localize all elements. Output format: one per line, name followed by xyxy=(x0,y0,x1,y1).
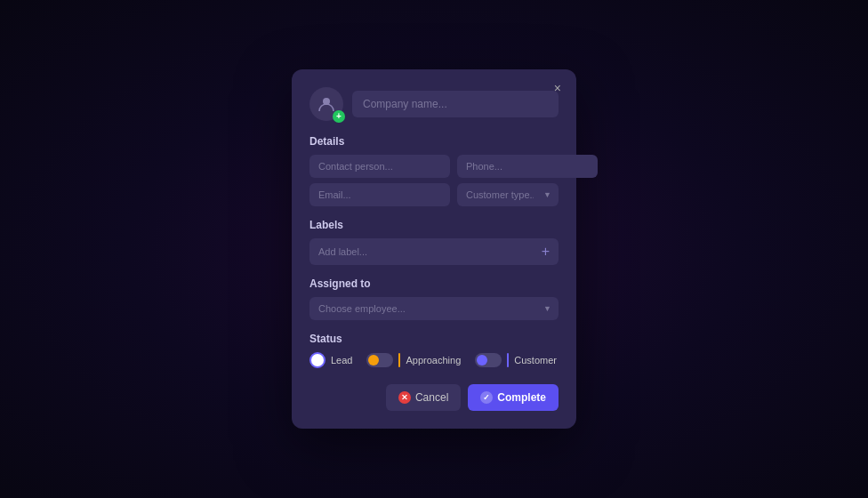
status-customer-label: Customer xyxy=(514,355,557,365)
modal-dialog: × + Details xyxy=(292,69,576,429)
add-label-button[interactable]: + xyxy=(536,245,550,259)
modal-overlay: × + Details xyxy=(0,0,868,498)
assigned-select-wrap: Choose employee... ▼ xyxy=(309,297,559,320)
status-lead-label: Lead xyxy=(331,355,352,365)
status-lead[interactable]: Lead xyxy=(309,352,352,368)
cancel-label: Cancel xyxy=(415,391,448,404)
customer-type-select[interactable]: Customer type... Lead Approaching Custom… xyxy=(457,183,559,206)
status-options: Lead Approaching Customer xyxy=(309,352,559,368)
cancel-button[interactable]: ✕ Cancel xyxy=(386,384,461,411)
customer-type-wrap: Customer type... Lead Approaching Custom… xyxy=(457,183,559,206)
avatar-plus-icon: + xyxy=(333,110,345,123)
labels-section: Labels + xyxy=(309,219,559,265)
status-lead-radio xyxy=(309,352,326,368)
status-customer-divider xyxy=(507,353,509,367)
avatar-row: + xyxy=(309,87,559,121)
details-row-1 xyxy=(309,155,559,178)
avatar-wrap: + xyxy=(309,87,343,121)
status-approaching-divider xyxy=(398,353,400,367)
assigned-label: Assigned to xyxy=(309,277,559,290)
employee-select[interactable]: Choose employee... xyxy=(309,297,559,320)
complete-check-icon: ✓ xyxy=(480,391,493,404)
labels-label: Labels xyxy=(309,219,559,231)
email-input[interactable] xyxy=(309,183,450,206)
status-approaching-toggle xyxy=(366,353,393,367)
complete-button[interactable]: ✓ Complete xyxy=(468,384,559,411)
footer-buttons: ✕ Cancel ✓ Complete xyxy=(309,384,559,411)
status-section: Status Lead Approaching Customer xyxy=(309,333,559,368)
status-customer-toggle xyxy=(475,353,502,367)
complete-label: Complete xyxy=(497,391,546,404)
status-approaching-label: Approaching xyxy=(406,355,461,365)
details-section: Details Customer type... Lead Approachin… xyxy=(309,135,559,206)
company-name-input[interactable] xyxy=(352,91,559,117)
status-customer[interactable]: Customer xyxy=(475,353,557,367)
close-button[interactable]: × xyxy=(550,80,566,96)
phone-input[interactable] xyxy=(457,155,598,178)
add-label-input[interactable] xyxy=(318,246,536,257)
details-row-2: Customer type... Lead Approaching Custom… xyxy=(309,183,559,206)
status-label: Status xyxy=(309,333,559,345)
status-approaching[interactable]: Approaching xyxy=(366,353,461,367)
label-input-row: + xyxy=(309,238,559,265)
assigned-section: Assigned to Choose employee... ▼ xyxy=(309,277,559,320)
details-label: Details xyxy=(309,135,559,148)
cancel-x-icon: ✕ xyxy=(398,391,411,404)
contact-person-input[interactable] xyxy=(309,155,450,178)
